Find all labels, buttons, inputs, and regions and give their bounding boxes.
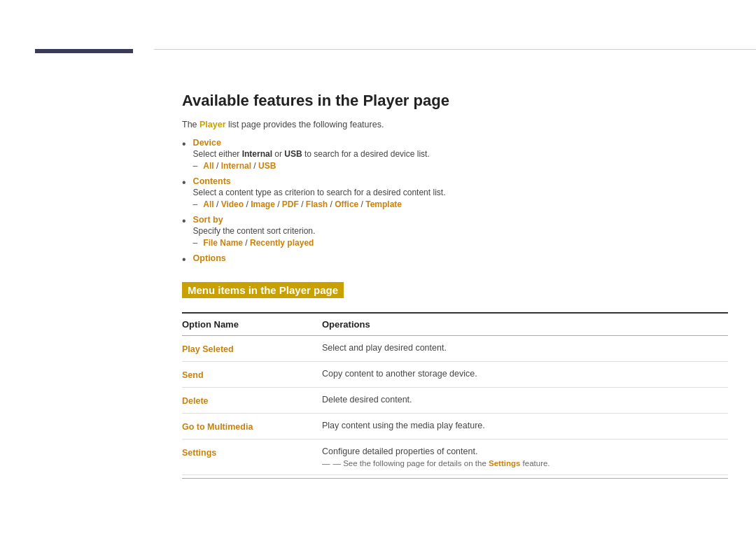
bullet-icon: •	[182, 254, 186, 265]
row-option: Delete	[182, 395, 322, 406]
feature-sub-device: – All / Internal / USB	[193, 161, 430, 171]
sidebar-bar	[35, 49, 133, 53]
feature-sortby: Sort by Specify the content sort criteri…	[193, 215, 316, 248]
sub-links-device: All / Internal / USB	[203, 161, 276, 171]
menu-table: Option Name Operations Play Seleted Sele…	[182, 312, 728, 479]
sidebar	[0, 0, 154, 534]
col-operations-name: Operations	[322, 319, 728, 330]
feature-desc-sortby: Specify the content sort criterion.	[193, 226, 316, 236]
sub-links-sortby: File Name / Recently played	[203, 238, 314, 248]
sub-note-bold: Settings	[489, 459, 520, 468]
row-desc: Copy content to another storage device.	[322, 369, 728, 379]
section-heading: Menu items in the Player page	[182, 282, 344, 298]
link-all-device: All	[203, 161, 214, 171]
sep2: /	[251, 161, 258, 171]
sub-note-suffix: feature.	[520, 459, 550, 468]
list-item: • Sort by Specify the content sort crite…	[182, 215, 728, 248]
intro-paragraph: The Player list page provides the follow…	[182, 120, 728, 129]
feature-name-contents: Contents	[193, 176, 446, 186]
row-desc: Select and play desired content.	[322, 343, 728, 353]
sub-links-contents: All / Video / Image / PDF / Flash / Offi…	[203, 199, 402, 209]
feature-name-options: Options	[193, 253, 226, 263]
link-template: Template	[365, 199, 402, 209]
table-bottom-border	[182, 478, 728, 479]
sep: /	[214, 161, 221, 171]
feature-desc-device: Select either Internal or USB to search …	[193, 149, 430, 159]
table-row: Delete Delete desired content.	[182, 388, 728, 414]
row-option: Play Seleted	[182, 343, 322, 354]
bullet-icon: •	[182, 139, 186, 150]
list-item: • Device Select either Internal or USB t…	[182, 138, 728, 171]
row-desc: Configure detailed properties of content…	[322, 447, 728, 468]
table-row: Send Copy content to another storage dev…	[182, 362, 728, 388]
feature-contents: Contents Select a content type as criter…	[193, 176, 446, 209]
feature-options: Options	[193, 253, 226, 265]
bullet-icon: •	[182, 177, 186, 188]
list-item: • Options	[182, 253, 728, 265]
bold-usb: USB	[284, 149, 302, 159]
row-desc: Delete desired content.	[322, 395, 728, 405]
page-title: Available features in the Player page	[182, 92, 728, 110]
em-dash: —	[322, 459, 330, 468]
link-internal: Internal	[221, 161, 251, 171]
dash-sortby: –	[193, 238, 198, 248]
table-row: Settings Configure detailed properties o…	[182, 440, 728, 475]
link-recently-played: Recently played	[250, 238, 314, 248]
table-row: Go to Multimedia Play content using the …	[182, 414, 728, 440]
bullet-icon: •	[182, 216, 186, 227]
col-option-name: Option Name	[182, 319, 322, 330]
dash-device: –	[193, 161, 198, 171]
row-desc: Play content using the media play featur…	[322, 421, 728, 430]
link-office: Office	[335, 199, 358, 209]
intro-text-after: list page provides the following feature…	[226, 120, 384, 129]
table-header: Option Name Operations	[182, 314, 728, 336]
table-row: Play Seleted Select and play desired con…	[182, 336, 728, 362]
link-image: Image	[251, 199, 275, 209]
feature-desc-contents: Select a content type as criterion to se…	[193, 188, 446, 197]
feature-name-device: Device	[193, 138, 430, 148]
link-all: All	[203, 199, 214, 209]
link-filename: File Name	[203, 238, 243, 248]
feature-sub-sortby: – File Name / Recently played	[193, 238, 316, 248]
row-option: Send	[182, 369, 322, 380]
intro-text-before: The	[182, 120, 200, 129]
feature-device: Device Select either Internal or USB to …	[193, 138, 430, 171]
settings-desc-text: Configure detailed properties of content…	[322, 447, 477, 456]
link-flash: Flash	[306, 199, 328, 209]
sub-note-prefix: — See the following page for details on …	[333, 459, 489, 468]
dash-contents: –	[193, 199, 198, 209]
feature-name-sortby: Sort by	[193, 215, 316, 225]
link-usb: USB	[258, 161, 276, 171]
intro-highlight: Player	[200, 120, 226, 129]
row-option: Go to Multimedia	[182, 421, 322, 432]
feature-list: • Device Select either Internal or USB t…	[182, 138, 728, 265]
row-option: Settings	[182, 447, 322, 458]
page-container: Available features in the Player page Th…	[0, 0, 756, 534]
list-item: • Contents Select a content type as crit…	[182, 176, 728, 209]
link-pdf: PDF	[282, 199, 299, 209]
link-video: Video	[221, 199, 244, 209]
bold-internal: Internal	[242, 149, 272, 159]
feature-sub-contents: – All / Video / Image / PDF / Flash / Of…	[193, 199, 446, 209]
settings-sub-note: —— See the following page for details on…	[322, 459, 728, 468]
main-content: Available features in the Player page Th…	[154, 49, 756, 534]
